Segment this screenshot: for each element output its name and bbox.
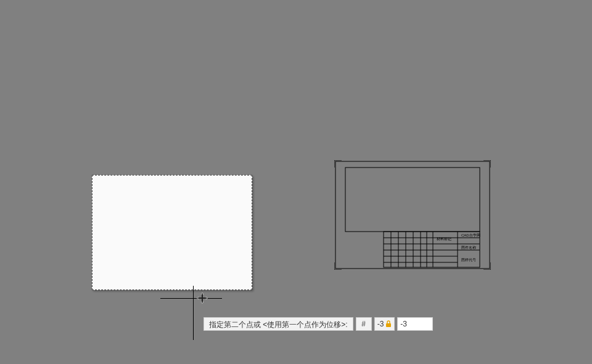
- svg-rect-22: [386, 323, 391, 327]
- selection-rectangle: [92, 175, 252, 290]
- titleblock-stamp: CAD自学网: [461, 233, 480, 237]
- titleblock-label-bottom: 图样代号: [461, 258, 476, 262]
- command-prompt-label: 指定第二个点或 <使用第一个点作为位移>:: [204, 317, 353, 331]
- crosshair-horizontal: [160, 298, 222, 299]
- crosshair-vertical: [193, 286, 194, 340]
- svg-rect-6: [335, 161, 490, 269]
- svg-rect-7: [345, 168, 480, 232]
- dynamic-input-bar: 指定第二个点或 <使用第一个点作为位移>: # -3: [204, 317, 433, 331]
- drawing-frame: 材料标记 CAD自学网 图件名称 图样代号: [334, 160, 491, 270]
- svg-marker-1: [201, 302, 204, 304]
- locked-x-value: -3: [377, 320, 384, 328]
- titleblock-label-mid: 图件名称: [461, 246, 476, 249]
- hash-label: #: [356, 317, 372, 331]
- titleblock-label-top: 材料标记: [436, 237, 451, 241]
- svg-marker-0: [201, 293, 204, 294]
- cad-canvas[interactable]: 材料标记 CAD自学网 图件名称 图样代号 指定第二个点或 <使用第一个点作为位…: [0, 0, 592, 364]
- y-offset-input[interactable]: [397, 317, 433, 331]
- locked-x-field[interactable]: -3: [374, 317, 395, 331]
- lock-icon: [385, 320, 392, 328]
